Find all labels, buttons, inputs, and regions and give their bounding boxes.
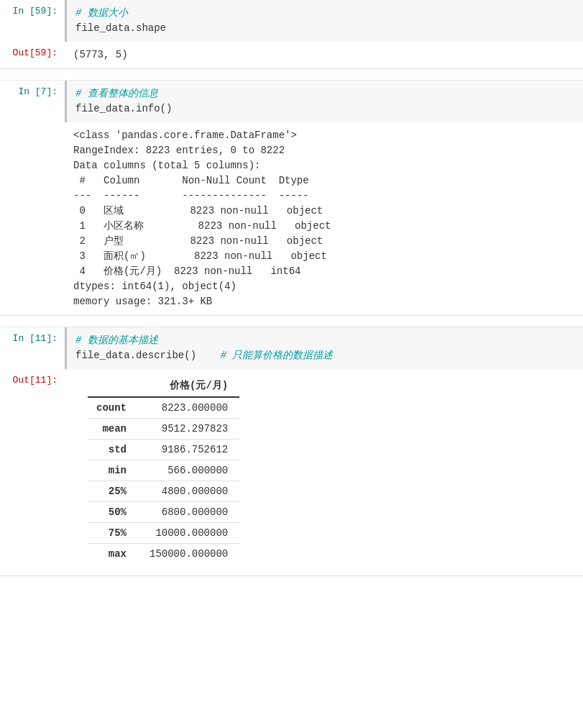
table-row: min566.000000 bbox=[88, 460, 239, 481]
table-row: std9186.752612 bbox=[88, 440, 239, 460]
table-row: 25%4800.000000 bbox=[88, 481, 239, 502]
cell-11-code: file_data.describe() bbox=[75, 350, 196, 361]
describe-table-header-row: 价格(元/月) bbox=[88, 375, 239, 397]
cell-11-comment2: # 只能算价格的数据描述 bbox=[221, 350, 334, 361]
cell-59-comment: # 数据大小 bbox=[75, 7, 128, 19]
table-row: count8223.000000 bbox=[88, 397, 239, 419]
row-value: 9512.297823 bbox=[141, 419, 239, 440]
cell-59-out-label: Out[59]: bbox=[0, 42, 65, 64]
row-value: 4800.000000 bbox=[141, 481, 239, 502]
table-row: mean9512.297823 bbox=[88, 419, 239, 440]
spacer-2 bbox=[0, 316, 583, 327]
row-label: 50% bbox=[88, 502, 141, 523]
table-row: 50%6800.000000 bbox=[88, 502, 239, 523]
table-row: max150000.000000 bbox=[88, 544, 239, 565]
cell-59-code: file_data.shape bbox=[75, 22, 166, 34]
row-value: 8223.000000 bbox=[141, 397, 239, 419]
row-value: 10000.000000 bbox=[141, 523, 239, 544]
row-label: 25% bbox=[88, 481, 141, 502]
row-value: 6800.000000 bbox=[141, 502, 239, 523]
cell-59-input[interactable]: # 数据大小 file_data.shape bbox=[65, 0, 583, 42]
cell-11-output-row: Out[11]: 价格(元/月) count8223.000000mean951… bbox=[0, 369, 583, 575]
cell-7-input-row: In [7]: # 查看整体的信息 file_data.info() bbox=[0, 81, 583, 122]
row-label: min bbox=[88, 460, 141, 481]
cell-11-input-row: In [11]: # 数据的基本描述 file_data.describe() … bbox=[0, 327, 583, 369]
cell-59-input-row: In [59]: # 数据大小 file_data.shape bbox=[0, 0, 583, 42]
table-row: 75%10000.000000 bbox=[88, 523, 239, 544]
cell-7-output-row: <class 'pandas.core.frame.DataFrame'> Ra… bbox=[0, 122, 583, 315]
row-value: 566.000000 bbox=[141, 460, 239, 481]
notebook: In [59]: # 数据大小 file_data.shape Out[59]:… bbox=[0, 0, 583, 576]
describe-table: 价格(元/月) count8223.000000mean9512.297823s… bbox=[88, 375, 239, 564]
cell-59: In [59]: # 数据大小 file_data.shape Out[59]:… bbox=[0, 0, 583, 69]
row-label: 75% bbox=[88, 523, 141, 544]
cell-7-input[interactable]: # 查看整体的信息 file_data.info() bbox=[65, 81, 583, 122]
cell-11-output-block: 价格(元/月) count8223.000000mean9512.297823s… bbox=[65, 369, 583, 575]
describe-table-index-header bbox=[88, 375, 141, 397]
cell-11-comment: # 数据的基本描述 bbox=[75, 335, 158, 346]
spacer-1 bbox=[0, 69, 583, 81]
row-label: mean bbox=[88, 419, 141, 440]
cell-11: In [11]: # 数据的基本描述 file_data.describe() … bbox=[0, 327, 583, 576]
cell-11-input[interactable]: # 数据的基本描述 file_data.describe() # 只能算价格的数… bbox=[65, 327, 583, 369]
describe-table-col-header: 价格(元/月) bbox=[141, 375, 239, 397]
cell-59-in-label: In [59]: bbox=[0, 0, 65, 22]
cell-59-output: (5773, 5) bbox=[65, 42, 583, 68]
cell-7-out-label-empty bbox=[0, 122, 65, 134]
cell-11-out-label: Out[11]: bbox=[0, 369, 65, 391]
cell-7-code: file_data.info() bbox=[75, 103, 172, 114]
cell-7: In [7]: # 查看整体的信息 file_data.info() <clas… bbox=[0, 81, 583, 316]
describe-table-body: count8223.000000mean9512.297823std9186.7… bbox=[88, 397, 239, 564]
row-label: std bbox=[88, 440, 141, 460]
cell-7-comment: # 查看整体的信息 bbox=[75, 88, 158, 99]
row-label: max bbox=[88, 544, 141, 565]
cell-59-output-row: Out[59]: (5773, 5) bbox=[0, 42, 583, 68]
cell-11-in-label: In [11]: bbox=[0, 327, 65, 350]
row-value: 9186.752612 bbox=[141, 440, 239, 460]
cell-7-in-label: In [7]: bbox=[0, 81, 65, 103]
row-label: count bbox=[88, 397, 141, 419]
cell-7-output: <class 'pandas.core.frame.DataFrame'> Ra… bbox=[65, 122, 583, 315]
row-value: 150000.000000 bbox=[141, 544, 239, 565]
